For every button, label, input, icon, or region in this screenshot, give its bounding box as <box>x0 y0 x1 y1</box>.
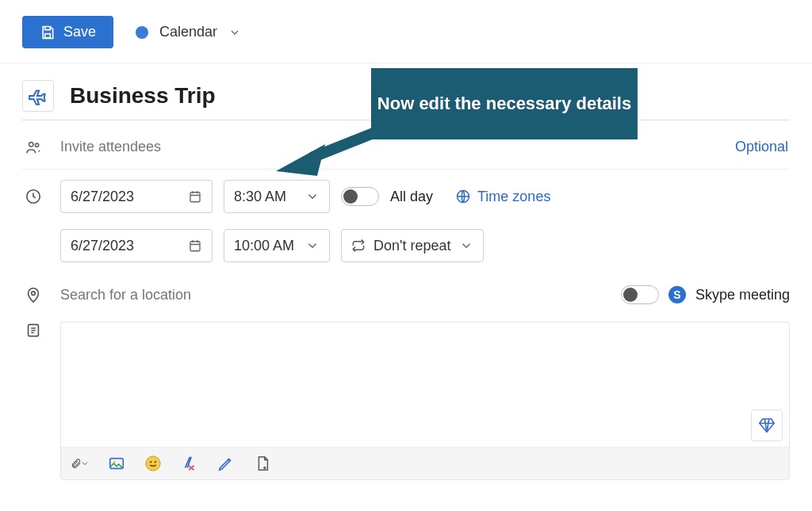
skype-toggle[interactable] <box>621 285 659 304</box>
svg-rect-0 <box>45 33 51 37</box>
start-date-value: 6/27/2023 <box>71 189 134 205</box>
save-button-label: Save <box>63 24 96 40</box>
toggle-knob <box>343 189 358 204</box>
recurrence-field[interactable]: Don't repeat <box>341 229 484 262</box>
end-date-value: 6/27/2023 <box>71 238 134 254</box>
svg-point-2 <box>35 143 38 147</box>
svg-rect-6 <box>190 242 200 251</box>
end-time-field[interactable]: 10:00 AM <box>224 229 330 262</box>
editor-toolbar <box>61 447 789 479</box>
erase-format-icon <box>181 455 198 472</box>
instruction-callout-text: Now edit the necessary details <box>377 93 631 116</box>
calendar-color-dot <box>136 26 148 39</box>
calendar-icon <box>188 189 202 204</box>
editor-premium-button[interactable] <box>751 410 783 441</box>
svg-point-11 <box>146 456 160 471</box>
start-time-value: 8:30 AM <box>234 189 286 205</box>
emoji-icon <box>144 455 162 472</box>
skype-meeting-group: S Skype meeting <box>621 285 790 304</box>
chevron-down-icon <box>305 238 320 253</box>
clear-formatting-button[interactable] <box>180 454 199 473</box>
svg-point-13 <box>155 461 156 463</box>
location-input[interactable] <box>60 280 610 310</box>
insert-emoji-button[interactable] <box>144 454 163 473</box>
time-zones-label: Time zones <box>477 189 550 205</box>
description-row <box>22 322 790 480</box>
all-day-label: All day <box>390 189 433 205</box>
svg-rect-4 <box>190 193 200 202</box>
page-add-icon <box>254 455 271 472</box>
start-date-field[interactable]: 6/27/2023 <box>60 180 213 213</box>
chevron-down-icon <box>228 26 241 39</box>
toggle-knob <box>623 288 638 302</box>
svg-point-12 <box>150 461 151 463</box>
start-time-field[interactable]: 8:30 AM <box>224 180 330 213</box>
start-time-row: 6/27/2023 8:30 AM All day Time zones <box>22 174 790 219</box>
description-textarea[interactable] <box>61 322 789 447</box>
repeat-icon <box>351 238 366 253</box>
diamond-icon <box>758 417 776 434</box>
time-zones-link[interactable]: Time zones <box>455 189 550 205</box>
ink-button[interactable] <box>216 454 236 473</box>
globe-icon <box>455 189 471 204</box>
location-pin-icon <box>25 286 42 303</box>
attach-file-button[interactable] <box>71 454 90 473</box>
chevron-down-icon <box>80 459 90 468</box>
calendar-selector-label: Calendar <box>159 24 217 40</box>
description-editor <box>60 322 790 480</box>
calendar-selector[interactable]: Calendar <box>136 24 241 40</box>
optional-attendees-link[interactable]: Optional <box>735 139 790 155</box>
airplane-icon <box>28 86 48 106</box>
save-button[interactable]: Save <box>22 16 113 48</box>
recurrence-value: Don't repeat <box>373 238 451 254</box>
all-day-toggle[interactable] <box>341 187 379 206</box>
instruction-callout: Now edit the necessary details <box>371 68 638 139</box>
end-date-field[interactable]: 6/27/2023 <box>60 229 213 262</box>
image-icon <box>108 455 125 472</box>
people-icon <box>25 139 42 156</box>
template-button[interactable] <box>253 454 272 473</box>
end-time-value: 10:00 AM <box>234 238 294 254</box>
insert-image-button[interactable] <box>107 454 126 473</box>
clock-icon <box>25 188 42 205</box>
description-icon <box>25 322 42 339</box>
svg-point-1 <box>29 142 34 147</box>
save-icon <box>40 25 56 40</box>
svg-point-7 <box>32 292 36 296</box>
end-time-row: 6/27/2023 10:00 AM Don't repeat <box>22 223 790 268</box>
chevron-down-icon <box>459 238 473 253</box>
location-row: S Skype meeting <box>22 273 790 317</box>
skype-label: Skype meeting <box>695 287 790 303</box>
event-toolbar: Save Calendar <box>0 0 812 63</box>
event-category-icon-button[interactable] <box>22 80 54 112</box>
skype-icon: S <box>668 286 686 303</box>
pen-icon <box>217 455 235 472</box>
chevron-down-icon <box>305 189 320 204</box>
calendar-icon <box>188 238 202 253</box>
